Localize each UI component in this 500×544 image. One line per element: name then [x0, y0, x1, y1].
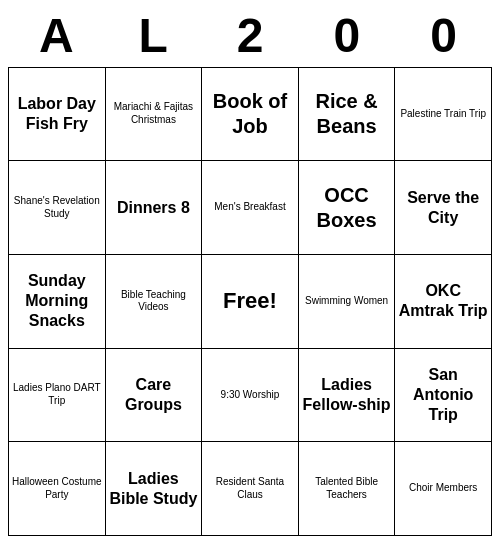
grid-cell[interactable]: Mariachi & Fajitas Christmas	[105, 67, 202, 161]
grid-cell[interactable]: OCC Boxes	[298, 161, 395, 255]
grid-cell[interactable]: Book of Job	[202, 67, 299, 161]
grid-cell[interactable]: Palestine Train Trip	[395, 67, 492, 161]
bingo-header: AL200	[8, 8, 492, 63]
header-letter: A	[8, 8, 105, 63]
grid-cell[interactable]: Men's Breakfast	[202, 161, 299, 255]
grid-cell[interactable]: Choir Members	[395, 442, 492, 536]
table-row: Shane's Revelation StudyDinners 8Men's B…	[9, 161, 492, 255]
grid-cell[interactable]: Sunday Morning Snacks	[9, 254, 106, 348]
table-row: Labor Day Fish FryMariachi & Fajitas Chr…	[9, 67, 492, 161]
grid-cell[interactable]: Rice & Beans	[298, 67, 395, 161]
grid-cell[interactable]: OKC Amtrak Trip	[395, 254, 492, 348]
grid-cell[interactable]: Halloween Costume Party	[9, 442, 106, 536]
grid-cell[interactable]: Dinners 8	[105, 161, 202, 255]
bingo-grid: Labor Day Fish FryMariachi & Fajitas Chr…	[8, 67, 492, 536]
table-row: Halloween Costume PartyLadies Bible Stud…	[9, 442, 492, 536]
header-letter: L	[105, 8, 202, 63]
header-letter: 2	[202, 8, 299, 63]
grid-cell[interactable]: Care Groups	[105, 348, 202, 442]
grid-cell[interactable]: Shane's Revelation Study	[9, 161, 106, 255]
grid-cell[interactable]: Ladies Fellow-ship	[298, 348, 395, 442]
table-row: Ladies Plano DART TripCare Groups9:30 Wo…	[9, 348, 492, 442]
header-letter: 0	[395, 8, 492, 63]
grid-cell[interactable]: Ladies Bible Study	[105, 442, 202, 536]
grid-cell[interactable]: Labor Day Fish Fry	[9, 67, 106, 161]
grid-cell[interactable]: Bible Teaching Videos	[105, 254, 202, 348]
grid-cell[interactable]: San Antonio Trip	[395, 348, 492, 442]
grid-cell[interactable]: Serve the City	[395, 161, 492, 255]
grid-cell[interactable]: 9:30 Worship	[202, 348, 299, 442]
header-letter: 0	[298, 8, 395, 63]
grid-cell[interactable]: Ladies Plano DART Trip	[9, 348, 106, 442]
table-row: Sunday Morning SnacksBible Teaching Vide…	[9, 254, 492, 348]
grid-cell[interactable]: Resident Santa Claus	[202, 442, 299, 536]
grid-cell[interactable]: Free!	[202, 254, 299, 348]
grid-cell[interactable]: Swimming Women	[298, 254, 395, 348]
grid-cell[interactable]: Talented Bible Teachers	[298, 442, 395, 536]
